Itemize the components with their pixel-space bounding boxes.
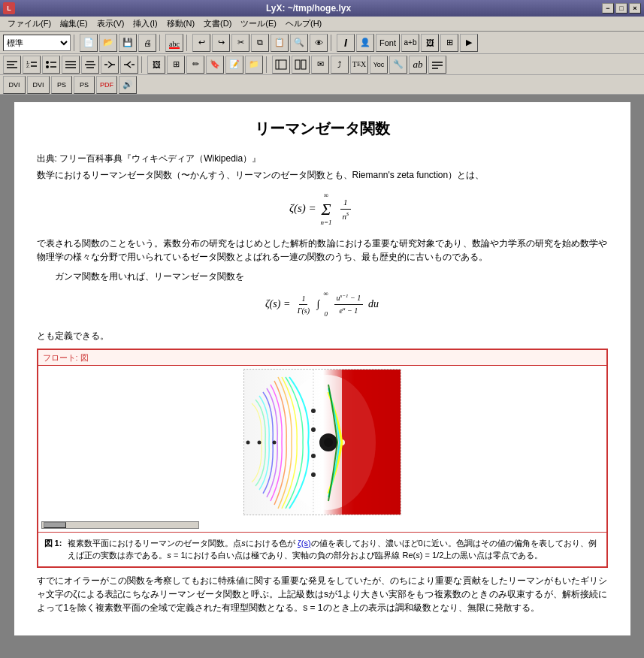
body-text-4: すでにオイラーがこの関数を考察してもおに特殊値に関する重要な発見をしていたが、の… (37, 574, 608, 614)
svg-point-41 (272, 441, 276, 445)
figure-image-area (38, 366, 606, 532)
sound-btn[interactable]: 🔊 (119, 76, 137, 94)
doc-settings-btn[interactable] (272, 56, 290, 74)
caption-text: 複素数平面におけるリーマンのゼータ関数。点sにおける色が ζ(s)の値を表してお… (68, 537, 600, 562)
spellcheck-button[interactable]: abc (165, 34, 183, 52)
insert-note-btn[interactable]: 📝 (225, 56, 243, 74)
indent-btn[interactable] (101, 56, 119, 74)
figure-scrollbar-h[interactable] (41, 521, 199, 529)
formula2: ζ(s) = 1 Γ(s) ∫ ∞ x 0 us−1 − 1 eu − 1 du (37, 289, 608, 320)
table-button[interactable]: ⊞ (440, 34, 458, 52)
svg-text:2.: 2. (26, 64, 30, 68)
svg-text:abc: abc (169, 40, 180, 48)
menu-file[interactable]: ファイル(F) (3, 17, 56, 31)
float-figure: フロート: 図 (37, 349, 608, 568)
style-dropdown[interactable]: 標準 (3, 35, 71, 51)
mail-btn[interactable]: ✉ (311, 56, 329, 74)
bullet-list-btn[interactable] (42, 56, 60, 74)
redo-button[interactable]: ↪ (212, 34, 230, 52)
outdent-btn[interactable] (120, 56, 138, 74)
copy-button[interactable]: ⧉ (251, 34, 269, 52)
open-button[interactable]: 📂 (99, 34, 117, 52)
svg-rect-26 (301, 60, 306, 69)
paragraph-btn[interactable] (428, 56, 446, 74)
ps2-btn[interactable]: PS (74, 76, 95, 94)
print-button[interactable]: 🖨 (138, 34, 156, 52)
titlebar: L LyX: ~/tmp/hoge.lyx − □ × (0, 0, 644, 17)
maximize-button[interactable]: □ (615, 3, 627, 14)
save-button[interactable]: 💾 (119, 34, 137, 52)
ps-btn[interactable]: PS (51, 76, 72, 94)
find-button[interactable]: 🔍 (290, 34, 308, 52)
doc-columns-btn[interactable] (292, 56, 310, 74)
figure-button[interactable]: 👤 (356, 34, 374, 52)
svg-point-34 (324, 438, 333, 447)
navigate-btn[interactable]: ⤴ (331, 56, 349, 74)
menu-navigate[interactable]: 移動(N) (162, 17, 199, 31)
insert-table-btn[interactable]: ⊞ (167, 56, 185, 74)
insert-image-btn[interactable]: 🖼 (147, 56, 165, 74)
window-title: LyX: ~/tmp/hoge.lyx (15, 3, 602, 14)
more-button[interactable]: ▶ (460, 34, 478, 52)
formula1: ζ(s) = ∞ Σ n=1 1 ns (37, 191, 608, 228)
insert-special-btn[interactable]: ✏ (186, 56, 204, 74)
menubar: ファイル(F) 編集(E) 表示(V) 挿入(I) 移動(N) 文書(D) ツー… (0, 17, 644, 32)
menu-insert[interactable]: 挿入(I) (128, 17, 162, 31)
tex-btn[interactable]: TEX (350, 56, 368, 74)
menu-edit[interactable]: 編集(E) (56, 17, 92, 31)
insert-folder-btn[interactable]: 📁 (245, 56, 263, 74)
insert-ref-btn[interactable]: 🔖 (206, 56, 224, 74)
view-button[interactable]: 👁 (310, 34, 328, 52)
close-button[interactable]: × (629, 3, 641, 14)
paste-button[interactable]: 📋 (271, 34, 289, 52)
dvi-btn[interactable]: DVI (3, 76, 26, 94)
main-area: リーマンゼータ関数 出典: フリー百科事典『ウィキペディア（Wikipedia）… (0, 95, 644, 658)
svg-rect-23 (276, 60, 286, 69)
undo-button[interactable]: ↩ (192, 34, 210, 52)
menu-document[interactable]: 文書(D) (199, 17, 236, 31)
formula-button[interactable]: a+b (401, 34, 419, 52)
word-count-btn[interactable]: Yoc (370, 56, 388, 74)
menu-help[interactable]: ヘルプ(H) (281, 17, 326, 31)
toolbar1: 標準 📄 📂 💾 🖨 abc ↩ ↪ ✂ ⧉ 📋 🔍 👁 I 👤 Font a+… (0, 32, 644, 54)
justify-btn[interactable] (62, 56, 80, 74)
svg-rect-25 (295, 60, 300, 69)
align-left-btn[interactable] (3, 56, 21, 74)
svg-point-37 (311, 409, 316, 413)
separator4 (331, 35, 334, 51)
dvi2-btn[interactable]: DVI (27, 76, 50, 94)
font-label-btn[interactable]: Font (376, 34, 400, 52)
separator5 (141, 56, 144, 73)
strikethrough-btn[interactable]: 🔧 (389, 56, 407, 74)
cut-button[interactable]: ✂ (231, 34, 249, 52)
pdf-btn[interactable]: PDF (96, 76, 117, 94)
body-text-3: とも定義できる。 (37, 329, 608, 343)
window-controls: − □ × (602, 3, 641, 14)
svg-point-11 (46, 65, 49, 68)
body-text-1: で表される関数のことをいう。素数分布の研究をはじめとした解析的数論における重要な… (37, 237, 608, 264)
float-header: フロート: 図 (38, 350, 606, 367)
svg-point-42 (257, 441, 261, 445)
document-title: リーマンゼータ関数 (37, 117, 608, 140)
separator (74, 35, 77, 51)
menu-view[interactable]: 表示(V) (92, 17, 129, 31)
title-icon: L (3, 2, 15, 14)
riemann-zeta-image (243, 369, 401, 515)
svg-point-9 (46, 61, 49, 64)
image-button[interactable]: 🖼 (421, 34, 439, 52)
intro-text: 数学におけるリーマンゼータ関数（〜かんすう、リーマンのゼータ関数とも、Riema… (37, 168, 608, 182)
separator6 (266, 56, 269, 73)
caption-link[interactable]: ζ(s) (298, 539, 311, 548)
new-button[interactable]: 📄 (80, 34, 98, 52)
numbered-list-btn[interactable]: 1.2. (23, 56, 41, 74)
italic-ab-btn[interactable]: ab (409, 56, 427, 74)
separator2 (159, 35, 162, 51)
source-line: 出典: フリー百科事典『ウィキペディア（Wikipedia）』 (37, 152, 608, 165)
menu-tools[interactable]: ツール(E) (236, 17, 281, 31)
minimize-button[interactable]: − (602, 3, 614, 14)
figure-caption: 図 1: 複素数平面におけるリーマンのゼータ関数。点sにおける色が ζ(s)の値… (38, 532, 606, 566)
bold-button[interactable]: I (337, 34, 355, 52)
document: リーマンゼータ関数 出典: フリー百科事典『ウィキペディア（Wikipedia）… (14, 102, 630, 635)
center-btn[interactable] (81, 56, 99, 74)
body-text-2: ガンマ関数を用いれば、リーマンゼータ関数を (37, 270, 608, 283)
